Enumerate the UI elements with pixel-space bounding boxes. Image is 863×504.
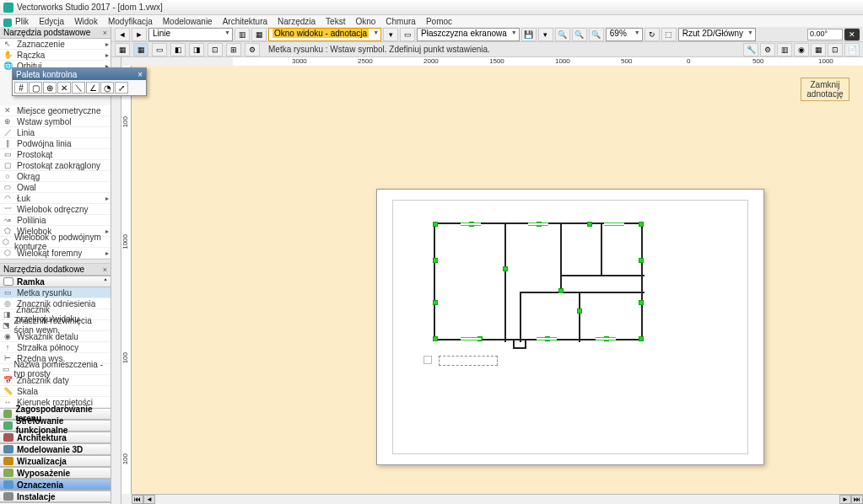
menu-tekst[interactable]: Tekst <box>321 17 350 26</box>
tool-item[interactable]: ⬭Owal <box>0 182 111 193</box>
menu-architektura[interactable]: Architektura <box>218 17 272 26</box>
style-select[interactable]: Linie <box>148 28 233 41</box>
tool-zaznaczenie[interactable]: ↖Zaznaczenie▸ <box>0 39 111 50</box>
tb-icon[interactable]: ▦ <box>251 28 267 41</box>
tool-item[interactable]: ⊕Wstaw symbol <box>0 116 111 127</box>
prefs-button[interactable]: ⚙ <box>245 43 260 56</box>
mode-btn-5[interactable]: ◨ <box>189 43 204 56</box>
close-icon[interactable]: × <box>138 70 143 79</box>
angle-input[interactable]: 0.00° <box>807 29 843 40</box>
snap-tan-icon[interactable]: ◔ <box>100 82 114 94</box>
tool-item[interactable]: ↑Strzałka północy <box>0 342 111 353</box>
snap-obj-icon[interactable]: ▢ <box>29 82 42 94</box>
save-view[interactable]: 💾 <box>521 28 537 41</box>
close-pane-icon[interactable]: ✕ <box>844 29 860 40</box>
grid-icon[interactable]: ▦ <box>811 43 826 56</box>
view-cube-icon[interactable]: ⬚ <box>661 28 677 41</box>
control-palette[interactable]: Paleta kontrolna × # ▢ ⊕ ✕ ＼ ∠ ◔ ⤢ <box>12 67 147 96</box>
tool-icon[interactable]: 🔧 <box>743 43 758 56</box>
horizontal-scrollbar[interactable]: ⏮ ◄ ► ⏭ <box>132 494 863 504</box>
scroll-left-icon[interactable]: ◄ <box>143 495 155 504</box>
snap-pt-icon[interactable]: ⊕ <box>43 82 57 94</box>
tool-item[interactable]: ▭Nazwa pomieszczenia - typ prosty <box>0 364 111 375</box>
tool-item[interactable]: ↝Polilinia <box>0 215 111 226</box>
plane-icon[interactable]: ▭ <box>400 28 415 41</box>
category-5[interactable]: Wyposażenie <box>0 467 111 479</box>
mode-btn-6[interactable]: ⊡ <box>208 43 223 56</box>
attrs-icon[interactable]: ◉ <box>794 43 809 56</box>
close-icon[interactable]: × <box>103 265 107 274</box>
zoom-select[interactable]: 69% <box>606 28 643 41</box>
basic-palette-header[interactable]: Narzędzia podstawowe × <box>0 27 111 39</box>
menu-modelowanie[interactable]: Modelowanie <box>158 17 218 26</box>
tool-item[interactable]: ◠Łuk▸ <box>0 193 111 204</box>
scroll-first-icon[interactable]: ⏮ <box>132 495 143 504</box>
snap-ext-icon[interactable]: ⤢ <box>115 82 128 94</box>
snap-ang-icon[interactable]: ∠ <box>86 82 100 94</box>
view-name[interactable]: Rzut 2D/Główny <box>678 28 756 41</box>
scroll-track[interactable] <box>155 495 839 504</box>
menu-okno[interactable]: Okno <box>350 17 380 26</box>
tool-item[interactable]: ∥Podwójna linia <box>0 138 111 149</box>
close-annotation-button[interactable]: Zamknij adnotację <box>801 78 850 101</box>
tool-item[interactable]: ▭Prostokąt <box>0 149 111 160</box>
category-6[interactable]: Oznaczenia <box>0 479 111 491</box>
layer-icon[interactable]: ▥ <box>777 43 792 56</box>
tool-item[interactable]: ⬡Wielobok o podwójnym konturze <box>0 237 111 248</box>
gear-icon[interactable]: ⚙ <box>760 43 775 56</box>
tool-item[interactable]: ⬔Znacznik rozwinięcia ścian wewn. <box>0 320 111 331</box>
menu-modyfikacja[interactable]: Modyfikacja <box>103 17 158 26</box>
category-1[interactable]: Strefowanie funkcjonalne <box>0 420 111 432</box>
label-placeholder[interactable] <box>439 356 498 366</box>
menu-pomoc[interactable]: Pomoc <box>421 17 457 26</box>
extra-palette-header[interactable]: Narzędzia dodatkowe × <box>0 264 111 276</box>
label-handle[interactable] <box>423 356 432 364</box>
refresh-icon[interactable]: ↻ <box>645 28 660 41</box>
menu-narzedzia[interactable]: Narzędzia <box>272 17 321 26</box>
control-palette-title[interactable]: Paleta kontrolna × <box>13 68 146 80</box>
menu-widok[interactable]: Widok <box>69 17 103 26</box>
tool-item[interactable]: 📏Skala <box>0 386 111 397</box>
snap-icon[interactable]: ⊡ <box>828 43 843 56</box>
scroll-last-icon[interactable]: ⏭ <box>851 495 863 504</box>
snap-int-icon[interactable]: ✕ <box>57 82 71 94</box>
mode-btn-2[interactable]: ▦ <box>133 43 148 56</box>
mode-btn-4[interactable]: ◧ <box>170 43 186 56</box>
fwd-button[interactable]: ► <box>132 28 147 41</box>
view-icon[interactable]: 📄 <box>844 43 860 56</box>
tool-item[interactable]: ▭Metka rysunku <box>0 287 111 298</box>
tool-item[interactable]: ○Okrąg <box>0 171 111 182</box>
mode-btn-1[interactable]: ▦ <box>115 43 130 56</box>
tb-dropdown2[interactable]: ▾ <box>538 28 553 41</box>
scroll-right-icon[interactable]: ► <box>839 495 851 504</box>
view-window-select[interactable]: Okno widoku - adnotacja <box>268 28 381 41</box>
extra-head-ramka[interactable]: Ramka ˄ <box>0 276 111 287</box>
layers-button[interactable]: ▥ <box>235 28 250 41</box>
tool-item[interactable]: ▢Prostokąt zaokrąglony <box>0 160 111 171</box>
back-button[interactable]: ◄ <box>115 28 130 41</box>
zoom-fit-icon[interactable]: 🔍 <box>589 28 604 41</box>
tool-item[interactable]: ／Linia <box>0 127 111 138</box>
menu-chmura[interactable]: Chmura <box>380 17 421 26</box>
zoom-in-icon[interactable]: 🔍 <box>555 28 570 41</box>
menu-plik[interactable]: Plik <box>2 17 34 26</box>
snap-grid-icon[interactable]: # <box>14 82 28 94</box>
mode-btn-7[interactable]: ⊞ <box>226 43 241 56</box>
tool-item[interactable]: ✕Miejsce geometryczne <box>0 105 111 116</box>
category-3[interactable]: Modelowanie 3D <box>0 443 111 455</box>
drawing-canvas[interactable]: Zamknij adnotację <box>132 66 863 494</box>
tool-rączka[interactable]: ✋Rączka▸ <box>0 50 111 61</box>
mode-btn-3[interactable]: ▭ <box>152 43 167 56</box>
tool-icon: 〰 <box>2 205 13 214</box>
category-7[interactable]: Instalacje <box>0 491 111 502</box>
menu-edycja[interactable]: Edycja <box>34 17 69 26</box>
snap-edge-icon[interactable]: ＼ <box>72 82 85 94</box>
plane-select[interactable]: Płaszczyzna ekranowa <box>417 28 520 41</box>
tb-dropdown[interactable]: ▾ <box>383 28 398 41</box>
category-4[interactable]: Wizualizacja <box>0 455 111 467</box>
close-icon[interactable]: × <box>103 29 107 37</box>
zoom-out-icon[interactable]: 🔍 <box>572 28 587 41</box>
tool-icon: ↖ <box>2 40 13 49</box>
vertical-splitter[interactable] <box>111 27 121 504</box>
tool-item[interactable]: 〰Wielobok odręczny <box>0 204 111 215</box>
